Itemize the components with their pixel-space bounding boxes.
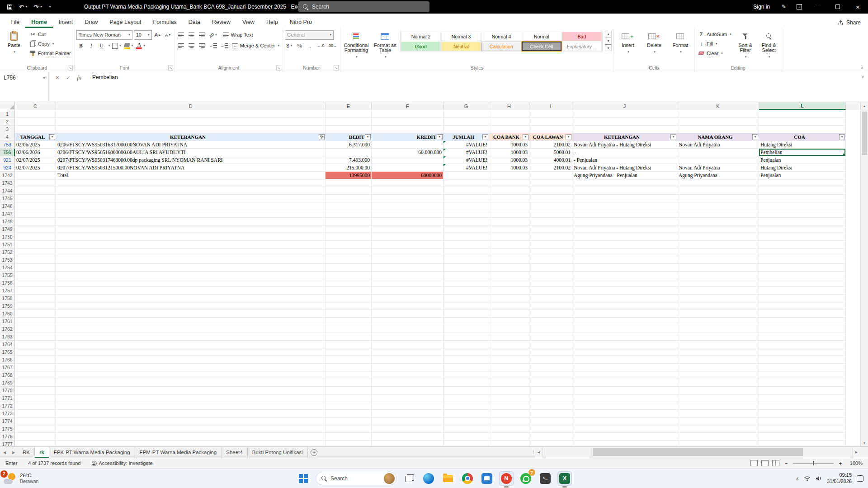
- row-header-3[interactable]: 3: [0, 126, 15, 133]
- style-calculation[interactable]: Calculation: [481, 42, 521, 51]
- maximize-button[interactable]: [827, 0, 848, 14]
- style-bad[interactable]: Bad: [562, 32, 602, 41]
- sheet-tab-2-fpk-pt-warna-media-packaging[interactable]: FPK-PT Warna Media Packaging: [49, 447, 135, 458]
- row-header-921[interactable]: 921: [0, 156, 15, 164]
- share-button[interactable]: Share: [838, 19, 861, 26]
- row-header-1748[interactable]: 1748: [0, 218, 15, 225]
- cell-E753[interactable]: 6.317.000: [326, 141, 372, 149]
- row-header-1755[interactable]: 1755: [0, 272, 15, 279]
- taskbar-search[interactable]: Search: [316, 472, 397, 485]
- zoom-slider-thumb[interactable]: [813, 461, 814, 465]
- cell-K924[interactable]: Novan Adi Priyatna: [677, 164, 759, 172]
- ribbon-display-options-button[interactable]: ⌃: [792, 0, 807, 14]
- align-middle-button[interactable]: [187, 30, 196, 39]
- italic-button[interactable]: I: [87, 41, 96, 50]
- ribbon-tab-review[interactable]: Review: [206, 15, 236, 28]
- filter-button-D[interactable]: ▼: [319, 134, 325, 140]
- hidden-icons-button[interactable]: ∧: [796, 476, 799, 481]
- accounting-format-button[interactable]: $▾: [285, 41, 294, 50]
- gallery-up-button[interactable]: ▲: [605, 31, 612, 38]
- scroll-right-arrow[interactable]: ▶: [853, 447, 860, 458]
- cell-G924[interactable]: #VALUE!: [443, 164, 489, 172]
- ribbon-tab-nitro-pro[interactable]: Nitro Pro: [284, 15, 318, 28]
- sign-in-button[interactable]: Sign in: [747, 4, 776, 10]
- align-left-button[interactable]: [177, 41, 186, 50]
- row-header-1757[interactable]: 1757: [0, 287, 15, 295]
- filter-button-L[interactable]: ▼: [839, 134, 845, 140]
- style-normal-3[interactable]: Normal 3: [441, 32, 481, 41]
- row-header-1762[interactable]: 1762: [0, 325, 15, 333]
- zoom-out-button[interactable]: −: [783, 460, 789, 466]
- format-painter-button[interactable]: Format Painter: [28, 48, 72, 58]
- tab-scrollbar-splitter[interactable]: ⁞: [532, 447, 535, 458]
- row-header-1760[interactable]: 1760: [0, 310, 15, 318]
- scroll-left-arrow[interactable]: ◀: [535, 447, 542, 458]
- row-header-2[interactable]: 2: [0, 118, 15, 126]
- increase-indent-button[interactable]: →: [219, 41, 229, 50]
- cell-L921[interactable]: Penjualan: [759, 156, 846, 164]
- accessibility-status[interactable]: Accessibility: Investigate: [86, 460, 158, 466]
- cell-I753[interactable]: 2100.02: [529, 141, 572, 149]
- ribbon-tab-home[interactable]: Home: [25, 15, 53, 28]
- column-header-I[interactable]: I: [529, 102, 572, 110]
- cell-E921[interactable]: 7.463.000: [326, 156, 372, 164]
- row-header-756[interactable]: 756: [0, 149, 15, 156]
- cell-J756[interactable]: -: [572, 149, 677, 156]
- sheet-tab-1-rk[interactable]: rk: [35, 447, 49, 458]
- row-header-1764[interactable]: 1764: [0, 341, 15, 348]
- row-header-1753[interactable]: 1753: [0, 256, 15, 264]
- paste-button[interactable]: Paste ▾: [2, 29, 26, 54]
- decrease-decimal-button[interactable]: .00→: [326, 41, 338, 50]
- name-box[interactable]: L756▼: [0, 72, 49, 102]
- whatsapp-app[interactable]: 7: [519, 471, 533, 486]
- row-header-1768[interactable]: 1768: [0, 371, 15, 379]
- number-dialog-launcher[interactable]: ↘: [334, 66, 339, 70]
- row-header-1750[interactable]: 1750: [0, 233, 15, 241]
- zoom-slider[interactable]: [793, 463, 834, 464]
- sheet-nav-left-arrow[interactable]: ◀: [0, 447, 9, 458]
- row-header-1746[interactable]: 1746: [0, 202, 15, 210]
- style-check-cell[interactable]: Check Cell: [522, 42, 561, 51]
- cell-F921[interactable]: [372, 156, 443, 164]
- row-header-4[interactable]: 4: [0, 133, 15, 141]
- cancel-formula-button[interactable]: ✕: [52, 73, 62, 82]
- row-header-1771[interactable]: 1771: [0, 394, 15, 402]
- task-view-button[interactable]: [402, 471, 416, 486]
- style-neutral[interactable]: Neutral: [441, 42, 481, 51]
- row-header-1761[interactable]: 1761: [0, 318, 15, 325]
- row-header-1747[interactable]: 1747: [0, 210, 15, 218]
- style-normal-2[interactable]: Normal 2: [401, 32, 441, 41]
- cell-D921[interactable]: 0207/FTSCY/WS950317463000.00dp packaging…: [56, 156, 326, 164]
- start-button[interactable]: [296, 471, 311, 486]
- row-header-1776[interactable]: 1776: [0, 433, 15, 441]
- cell-C1742[interactable]: [15, 172, 56, 179]
- number-format-combo[interactable]: General▾: [285, 30, 334, 40]
- title-search-box[interactable]: Search: [298, 1, 429, 12]
- customize-qat-button[interactable]: ▾: [46, 1, 53, 13]
- cell-I924[interactable]: 2100.02: [529, 164, 572, 172]
- chrome-app[interactable]: [460, 471, 475, 486]
- filter-button-K[interactable]: ▼: [752, 134, 758, 140]
- copy-button[interactable]: Copy▾: [28, 39, 72, 48]
- wifi-icon[interactable]: [804, 476, 811, 481]
- column-header-L[interactable]: L: [759, 102, 846, 110]
- ribbon-tab-formulas[interactable]: Formulas: [147, 15, 183, 28]
- new-sheet-button[interactable]: ＋: [308, 447, 321, 458]
- sort-filter-button[interactable]: Sort & Filter▾: [735, 29, 756, 59]
- minimize-button[interactable]: —: [807, 0, 827, 14]
- horizontal-scrollbar[interactable]: ◀ ▶: [535, 447, 860, 458]
- cell-K753[interactable]: Novan Adi Priyatna: [677, 141, 759, 149]
- row-header-1766[interactable]: 1766: [0, 356, 15, 364]
- row-header-1763[interactable]: 1763: [0, 333, 15, 341]
- cell-J753[interactable]: Novan Adi Priyatna - Hutang Direksi: [572, 141, 677, 149]
- cell-C924[interactable]: 02/07/2025: [15, 164, 56, 172]
- cell-G1742[interactable]: [443, 172, 489, 179]
- row-header-1770[interactable]: 1770: [0, 387, 15, 394]
- cell-D753[interactable]: 0206/FTSCY/WS950316317000.00NOVAN ADI PR…: [56, 141, 326, 149]
- cell-I756[interactable]: 5000.01: [529, 149, 572, 156]
- cell-H924[interactable]: 1000.03: [489, 164, 529, 172]
- cell-J1742[interactable]: Agung Priyandana - Penjualan: [572, 172, 677, 179]
- font-size-combo[interactable]: 10▾: [134, 30, 152, 40]
- wrap-text-button[interactable]: Wrap Text: [222, 30, 254, 40]
- cell-H753[interactable]: 1000.03: [489, 141, 529, 149]
